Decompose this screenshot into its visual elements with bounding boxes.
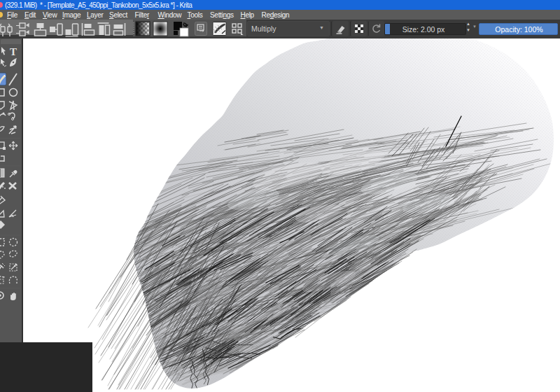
svg-text:T: T <box>10 46 17 57</box>
